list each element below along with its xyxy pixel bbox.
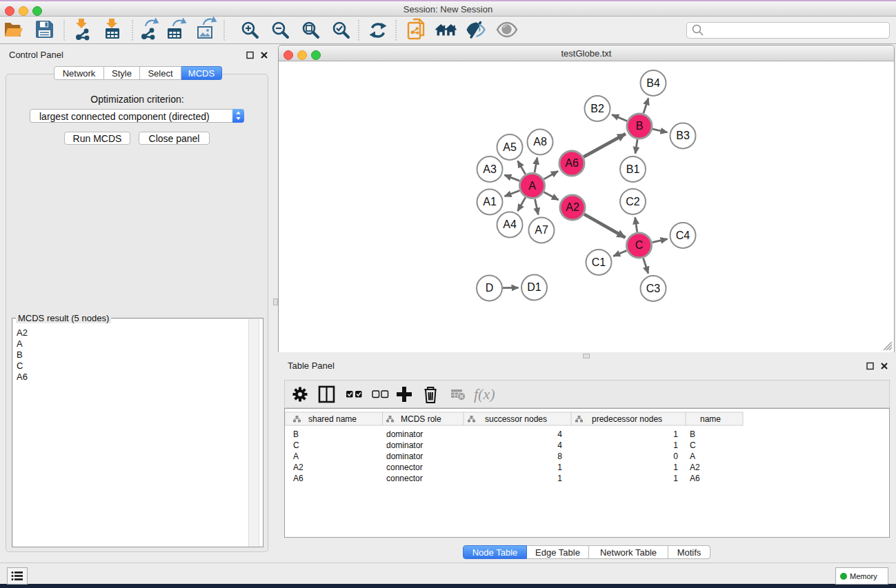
svg-text:B: B <box>293 429 299 439</box>
svg-text:f(x): f(x) <box>474 385 495 403</box>
svg-text:1: 1 <box>673 429 678 439</box>
svg-text:D1: D1 <box>527 281 541 293</box>
svg-text:C4: C4 <box>676 230 690 241</box>
svg-text:A6: A6 <box>293 474 303 483</box>
svg-text:1: 1 <box>673 474 678 483</box>
svg-text:4: 4 <box>557 440 562 450</box>
svg-text:B: B <box>636 120 644 132</box>
svg-text:dominator: dominator <box>386 429 423 439</box>
svg-text:1: 1 <box>557 474 562 483</box>
svg-text:1: 1 <box>673 463 678 472</box>
svg-text:B1: B1 <box>626 163 640 175</box>
svg-text:connector: connector <box>386 474 423 483</box>
svg-text:A3: A3 <box>483 163 497 175</box>
svg-text:A: A <box>690 452 695 461</box>
svg-text:A2: A2 <box>690 463 700 472</box>
svg-text:C: C <box>690 440 696 450</box>
svg-text:A2: A2 <box>293 463 303 472</box>
svg-text:A8: A8 <box>533 136 547 148</box>
svg-text:A7: A7 <box>535 224 548 236</box>
svg-text:B3: B3 <box>676 130 690 141</box>
svg-text:C: C <box>293 440 299 450</box>
svg-text:4: 4 <box>557 429 562 439</box>
svg-text:name: name <box>700 414 721 424</box>
svg-text:A5: A5 <box>503 141 517 153</box>
svg-text:D: D <box>486 282 494 294</box>
svg-text:successor nodes: successor nodes <box>485 414 547 424</box>
svg-text:connector: connector <box>386 463 423 472</box>
svg-text:A2: A2 <box>566 201 579 213</box>
svg-text:A1: A1 <box>483 196 497 207</box>
svg-text:MCDS role: MCDS role <box>401 414 441 424</box>
svg-text:dominator: dominator <box>386 452 423 461</box>
svg-text:8: 8 <box>557 452 562 461</box>
svg-text:A: A <box>528 180 536 192</box>
svg-text:B: B <box>690 429 695 439</box>
svg-text:A6: A6 <box>690 474 700 483</box>
svg-text:A4: A4 <box>503 219 517 230</box>
svg-text:0: 0 <box>673 452 678 461</box>
svg-text:A: A <box>293 452 299 461</box>
svg-text:C2: C2 <box>626 196 640 207</box>
svg-text:shared name: shared name <box>308 414 357 424</box>
svg-text:predecessor nodes: predecessor nodes <box>592 414 662 424</box>
svg-text:dominator: dominator <box>386 440 423 450</box>
svg-text:B2: B2 <box>590 103 604 114</box>
svg-text:C3: C3 <box>646 283 661 294</box>
svg-text:1: 1 <box>673 440 678 450</box>
svg-text:B4: B4 <box>646 77 660 89</box>
svg-text:C: C <box>635 239 644 251</box>
svg-text:C1: C1 <box>592 256 606 268</box>
svg-text:1: 1 <box>557 463 562 472</box>
svg-text:A6: A6 <box>565 157 579 169</box>
